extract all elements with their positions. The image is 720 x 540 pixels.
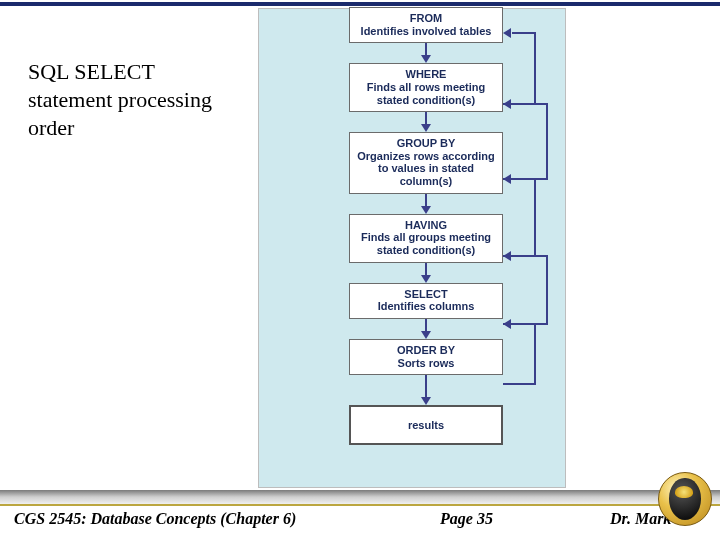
results-label: results	[408, 419, 444, 431]
arrow-down-icon	[349, 43, 503, 63]
svg-marker-9	[421, 331, 431, 339]
svg-marker-5	[421, 206, 431, 214]
step-where: WHERE Finds all rows meeting stated cond…	[349, 63, 503, 112]
step-desc: Organizes rows according to values in st…	[354, 150, 498, 188]
step-select: SELECT Identifies columns	[349, 283, 503, 319]
footer-gold-line	[0, 504, 720, 506]
flowchart-panel: FROM Identifies involved tables WHERE Fi…	[258, 8, 566, 488]
svg-marker-11	[421, 397, 431, 405]
arrow-down-icon	[349, 319, 503, 339]
step-keyword: ORDER BY	[354, 344, 498, 357]
svg-marker-16	[503, 319, 511, 329]
svg-marker-13	[503, 99, 511, 109]
top-rule	[0, 2, 720, 6]
page-title: SQL SELECT statement processing order	[28, 58, 228, 142]
step-desc: Finds all groups meeting stated conditio…	[354, 231, 498, 256]
arrow-down-icon	[349, 112, 503, 132]
step-having: HAVING Finds all groups meeting stated c…	[349, 214, 503, 263]
step-desc: Finds all rows meeting stated condition(…	[354, 81, 498, 106]
step-desc: Sorts rows	[354, 357, 498, 370]
svg-marker-15	[503, 251, 511, 261]
step-keyword: HAVING	[354, 219, 498, 232]
svg-marker-3	[421, 124, 431, 132]
ucf-logo-icon	[658, 472, 712, 526]
step-desc: Identifies involved tables	[354, 25, 498, 38]
footer-course: CGS 2545: Database Concepts (Chapter 6)	[14, 510, 296, 528]
footer-page: Page 35	[440, 510, 493, 528]
svg-marker-12	[503, 28, 511, 38]
step-desc: Identifies columns	[354, 300, 498, 313]
step-keyword: FROM	[354, 12, 498, 25]
arrow-down-icon	[349, 194, 503, 214]
step-from: FROM Identifies involved tables	[349, 7, 503, 43]
footer: CGS 2545: Database Concepts (Chapter 6) …	[0, 490, 720, 540]
arrow-down-icon	[349, 263, 503, 283]
flow-column: FROM Identifies involved tables WHERE Fi…	[349, 9, 503, 445]
step-orderby: ORDER BY Sorts rows	[349, 339, 503, 375]
step-keyword: GROUP BY	[354, 137, 498, 150]
svg-marker-7	[421, 275, 431, 283]
svg-marker-14	[503, 174, 511, 184]
pegasus-icon	[669, 478, 701, 520]
step-keyword: SELECT	[354, 288, 498, 301]
footer-gradient-bar	[0, 490, 720, 504]
results-box: results	[349, 405, 503, 445]
svg-marker-1	[421, 55, 431, 63]
step-keyword: WHERE	[354, 68, 498, 81]
arrow-down-icon	[349, 375, 503, 405]
step-groupby: GROUP BY Organizes rows according to val…	[349, 132, 503, 194]
